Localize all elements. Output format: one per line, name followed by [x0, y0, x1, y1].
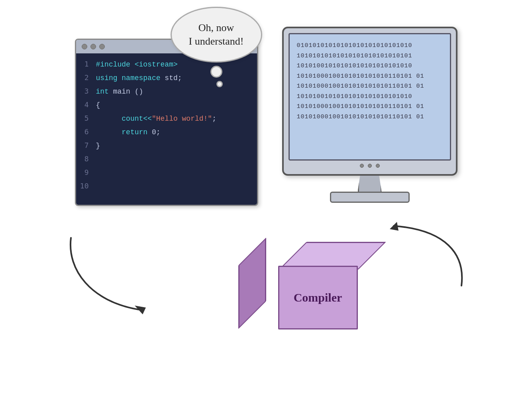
- code-token: int: [96, 88, 113, 96]
- monitor-dot-1: [360, 164, 364, 168]
- top-section: 1#include <iostream>2using namespace std…: [27, 15, 505, 206]
- code-line: 9: [76, 167, 257, 181]
- line-number: 7: [76, 141, 96, 149]
- right-arrow-svg: [374, 222, 477, 310]
- code-token: using namespace: [96, 74, 165, 82]
- code-line: 6 return 0;: [76, 127, 257, 140]
- scene: 1#include <iostream>2using namespace std…: [27, 11, 505, 385]
- monitor-outer: 0101010101010101010101010101010101010101…: [282, 27, 457, 176]
- binary-line: 10101010101010101010101010101: [297, 51, 443, 61]
- code-token: return: [96, 128, 152, 136]
- arrow-left: [59, 230, 163, 319]
- code-line: 2using namespace std;: [76, 73, 257, 86]
- line-content: count<<"Hello world!";: [96, 115, 216, 123]
- code-token: main (): [113, 88, 143, 96]
- traffic-dot-1: [82, 44, 87, 49]
- speech-bubble-text: Oh, now I understand!: [189, 21, 244, 48]
- monitor-dot-2: [368, 164, 372, 168]
- speech-line1: Oh, now: [198, 22, 234, 33]
- monitor-wrap: 0101010101010101010101010101010101010101…: [282, 27, 457, 203]
- line-number: 10: [76, 182, 96, 190]
- binary-line: 10101001010101010101010101010: [297, 92, 443, 102]
- code-token: count<<: [96, 115, 152, 123]
- cube-face-front: Compiler: [278, 266, 358, 329]
- compiler-cube-wrap: Compiler: [210, 226, 322, 345]
- code-token: std;: [165, 74, 182, 82]
- code-line: 5 count<<"Hello world!";: [76, 113, 257, 127]
- svg-marker-1: [390, 222, 399, 231]
- line-number: 5: [76, 114, 96, 122]
- cube-face-right: [238, 237, 266, 329]
- code-line: 4{: [76, 100, 257, 113]
- bottom-section: Compiler: [27, 218, 505, 353]
- line-number: 4: [76, 100, 96, 109]
- left-arrow-svg: [59, 230, 163, 318]
- bubble-tail-1: [210, 66, 222, 78]
- line-number: 6: [76, 127, 96, 136]
- line-number: 3: [76, 87, 96, 95]
- speech-line2: I understand!: [189, 35, 244, 47]
- binary-line: 10101000100101010101010110101 01: [297, 102, 443, 112]
- binary-line: 10101000100101010101010110101 01: [297, 81, 443, 92]
- speech-bubble: Oh, now I understand!: [171, 7, 262, 63]
- line-content: }: [96, 142, 100, 150]
- code-token: "Hello world!": [152, 115, 212, 123]
- code-token: 0;: [152, 128, 161, 136]
- monitor-dots: [289, 164, 451, 168]
- line-number: 2: [76, 73, 96, 82]
- code-line: 8: [76, 154, 257, 167]
- speech-bubble-wrap: Oh, now I understand!: [171, 7, 262, 63]
- code-token: ;: [212, 115, 216, 123]
- binary-display: 0101010101010101010101010101010101010101…: [297, 41, 443, 122]
- code-line: 10: [76, 181, 257, 194]
- monitor-screen: 0101010101010101010101010101010101010101…: [289, 33, 451, 161]
- arrow-right: [374, 222, 477, 311]
- binary-line: 10101000100101010101010110101 01: [297, 112, 443, 122]
- binary-line: 10101001010101010101010101010: [297, 61, 443, 71]
- code-line: 3int main (): [76, 86, 257, 100]
- traffic-dot-3: [99, 44, 105, 49]
- monitor-dot-3: [376, 164, 380, 168]
- line-number: 8: [76, 155, 96, 163]
- monitor: 0101010101010101010101010101010101010101…: [282, 27, 457, 203]
- code-editor: 1#include <iostream>2using namespace std…: [75, 39, 258, 206]
- monitor-base: [282, 176, 457, 203]
- code-token: #include <iostream>: [96, 61, 178, 69]
- line-content: using namespace std;: [96, 74, 182, 82]
- line-number: 1: [76, 60, 96, 68]
- line-number: 9: [76, 168, 96, 176]
- bubble-tail-2: [216, 81, 223, 87]
- monitor-foot: [330, 192, 410, 203]
- line-content: int main (): [96, 88, 143, 96]
- binary-line: 10101000100101010101010110101 01: [297, 71, 443, 82]
- compiler-label: Compiler: [294, 291, 342, 304]
- monitor-neck: [358, 176, 382, 192]
- binary-line: 01010101010101010101010101010: [297, 41, 443, 51]
- traffic-dot-2: [90, 44, 96, 49]
- line-content: {: [96, 101, 100, 109]
- line-content: return 0;: [96, 128, 161, 136]
- code-token: }: [96, 142, 100, 150]
- code-lines: 1#include <iostream>2using namespace std…: [76, 59, 257, 194]
- editor-body: 1#include <iostream>2using namespace std…: [76, 53, 257, 205]
- code-token: {: [96, 101, 100, 109]
- line-content: #include <iostream>: [96, 61, 178, 69]
- code-line: 7}: [76, 140, 257, 154]
